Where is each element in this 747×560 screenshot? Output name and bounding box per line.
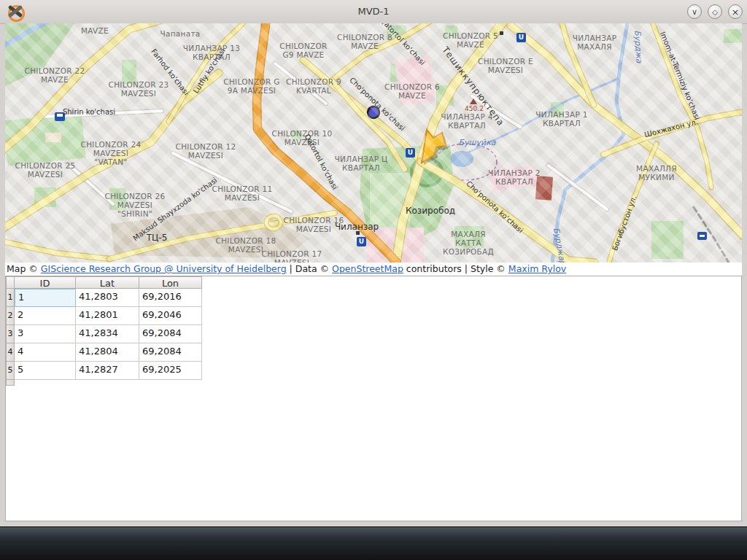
heidelberg-link[interactable]: GIScience Research Group @ University of… xyxy=(41,263,287,274)
map-label: CHILONZOR 11 MAVZESI xyxy=(212,184,273,202)
map-label: ЧИЛАНЗАР 2 КВАРТАЛ xyxy=(488,168,540,186)
window-title: MVD-1 xyxy=(0,0,747,23)
map-label: CHILONZOR 22 MAVZE xyxy=(25,66,85,84)
map-label: CHILONZOR 5 MAVZE xyxy=(443,31,498,49)
row-header-stub xyxy=(6,380,15,386)
row-header[interactable]: 3 xyxy=(6,325,15,343)
table-cell[interactable]: 3 xyxy=(15,325,76,343)
table-cell[interactable]: 5 xyxy=(15,362,76,380)
minimize-button[interactable]: ∨ xyxy=(687,4,702,19)
map-attribution: Map © GIScience Research Group @ Univers… xyxy=(5,262,742,276)
map-label: ЧИЛАНЗАР МАХАЛЯ xyxy=(573,34,617,51)
openstreetmap-link[interactable]: OpenStreetMap xyxy=(332,263,403,274)
metro-station-icon: U xyxy=(357,237,366,246)
map-label: CHILONZOR G9 MAVZE xyxy=(279,42,327,59)
table-cell[interactable]: 41,2804 xyxy=(76,343,139,362)
title-bar[interactable]: MVD-1 ∨ ◇ × xyxy=(0,0,747,24)
metro-station-icon: U xyxy=(406,148,415,158)
attribution-prefix: Map © xyxy=(7,263,41,274)
map-label: ТЦ-5 xyxy=(147,233,168,244)
map-label: МАХАЛЯ КАТТА КОЗИРОБАД xyxy=(443,230,494,256)
table-corner xyxy=(6,276,15,289)
table-cell[interactable]: 69,2016 xyxy=(139,289,202,307)
map-label: CHILONZOR 9 KVARTAL xyxy=(286,77,341,95)
column-header-id[interactable]: ID xyxy=(15,276,76,289)
yellow-arrow-marker[interactable] xyxy=(419,128,449,165)
row-header[interactable]: 2 xyxy=(6,307,15,325)
table-cell[interactable]: 41,2801 xyxy=(76,307,139,325)
map-label: CHILONZOR G 9A MAVZESI xyxy=(223,77,279,95)
taskbar: us 10:19 PM Qt~~Qt1↓◄))▲ xyxy=(0,526,747,560)
map-label: Козиробод xyxy=(406,206,455,217)
blue-dot-marker[interactable] xyxy=(367,106,380,119)
map-label: CHILONZOR 17 MAVZESI xyxy=(262,249,322,262)
attribution-mid1: | Data © xyxy=(287,263,332,274)
close-button[interactable]: × xyxy=(728,4,743,19)
map-label: CHILONZOR 23 MAVZESI xyxy=(109,80,169,98)
column-header-lat[interactable]: Lat xyxy=(76,276,139,289)
map-label: ЧИЛАНЗАР Ц КВАРТАЛ xyxy=(335,155,388,172)
table-cell[interactable]: 69,2084 xyxy=(139,343,202,362)
map-label: CHILONZOR 12 MAVZESI xyxy=(176,142,236,160)
poi-icon xyxy=(500,31,503,35)
map-label: CHILONZOR 10 MAVZESI xyxy=(272,129,333,147)
map-label: МАХАЛЛЯ МУКИМИ xyxy=(636,164,677,182)
map-label: Shirin ko'chasi xyxy=(63,108,115,117)
table-cell[interactable]: 1 xyxy=(15,289,76,307)
column-header-lon[interactable]: Lon xyxy=(139,276,202,289)
table-cell[interactable]: 4 xyxy=(15,343,76,362)
table-cell[interactable]: 69,2025 xyxy=(139,362,202,380)
map-label: ЧИЛАНЗАР 4 КВАРТАЛ xyxy=(441,112,492,130)
map-label: CHILONZOR 8 MAVZE xyxy=(337,33,392,50)
maximize-button[interactable]: ◇ xyxy=(708,4,722,19)
map-label: Бушуйка xyxy=(458,139,495,148)
map-label: Чиланзар xyxy=(335,222,379,233)
metro-station-icon: U xyxy=(516,33,526,42)
row-header[interactable]: 4 xyxy=(6,343,15,362)
row-header[interactable]: 1 xyxy=(6,289,15,307)
table-cell[interactable]: 41,2834 xyxy=(76,325,139,343)
map-label: CHILONZOR 26 MAVZESI "SHIRIN" xyxy=(105,192,166,218)
map-label: CHILONZOR 25 MAVZESI xyxy=(15,161,76,179)
map-label: CHILONZOR E MAVZESI xyxy=(478,57,533,74)
map-label: Бурджа xyxy=(632,30,643,63)
station-icon xyxy=(697,232,707,240)
map-label: MAVZE xyxy=(81,26,109,35)
coordinates-table-area: IDLatLon1141,280369,20162241,280169,2046… xyxy=(5,276,742,521)
map-label: Чапаната xyxy=(160,29,200,38)
map-label: CHILONZOR 6 MAVZE xyxy=(384,82,440,100)
table-cell[interactable]: 69,2084 xyxy=(139,325,202,343)
table-cell[interactable]: 69,2046 xyxy=(139,307,202,325)
maxim-rylov-link[interactable]: Maxim Rylov xyxy=(508,263,566,274)
table-cell[interactable]: 41,2827 xyxy=(76,362,139,380)
map-label: CHILONZOR 24 MAVZESI "VATAN" xyxy=(81,140,142,166)
app-window: MVD-1 ∨ ◇ × UUUMAVZEЧапанатаCHILONZOR 22… xyxy=(0,0,747,526)
attribution-mid2: contributors | Style © xyxy=(403,263,508,274)
table-cell[interactable]: 2 xyxy=(15,307,76,325)
row-header[interactable]: 5 xyxy=(6,362,15,380)
map-label: ЧИЛАНЗАР 1 КВАРТАЛ xyxy=(535,110,587,128)
table-cell[interactable]: 41,2803 xyxy=(76,289,139,307)
map-widget[interactable]: UUUMAVZEЧапанатаCHILONZOR 22 MAVZECHILON… xyxy=(5,23,742,262)
